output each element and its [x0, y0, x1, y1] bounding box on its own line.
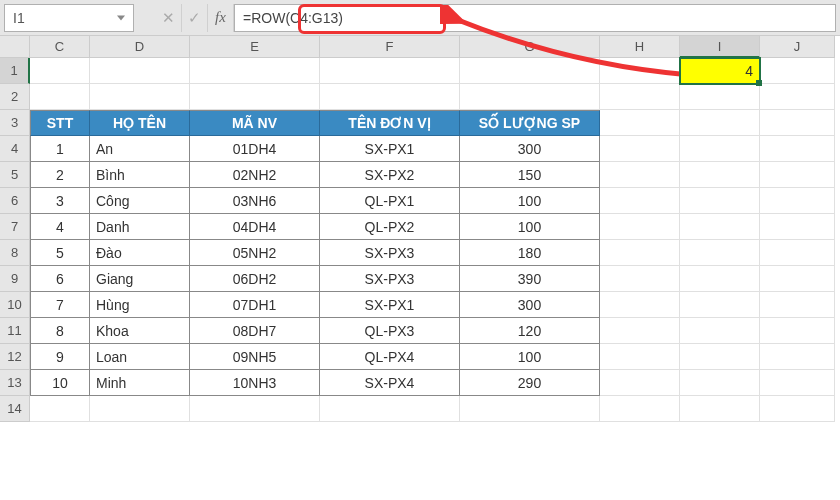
cell-I6[interactable]: [680, 188, 760, 214]
row-header-8[interactable]: 8: [0, 240, 30, 266]
cell-G6[interactable]: 100: [460, 188, 600, 214]
row-header-13[interactable]: 13: [0, 370, 30, 396]
cell-J12[interactable]: [760, 344, 835, 370]
cell-H14[interactable]: [600, 396, 680, 422]
cell-J4[interactable]: [760, 136, 835, 162]
column-header-J[interactable]: J: [760, 36, 835, 58]
cell-E13[interactable]: 10NH3: [190, 370, 320, 396]
cell-G4[interactable]: 300: [460, 136, 600, 162]
column-header-G[interactable]: G: [460, 36, 600, 58]
cell-D7[interactable]: Danh: [90, 214, 190, 240]
cell-E1[interactable]: [190, 58, 320, 84]
cell-J7[interactable]: [760, 214, 835, 240]
column-header-E[interactable]: E: [190, 36, 320, 58]
cell-C14[interactable]: [30, 396, 90, 422]
cell-J5[interactable]: [760, 162, 835, 188]
cell-C5[interactable]: 2: [30, 162, 90, 188]
cell-C1[interactable]: [30, 58, 90, 84]
cell-H9[interactable]: [600, 266, 680, 292]
row-header-1[interactable]: 1: [0, 58, 30, 84]
cell-H8[interactable]: [600, 240, 680, 266]
select-all-corner[interactable]: [0, 36, 30, 58]
cell-D11[interactable]: Khoa: [90, 318, 190, 344]
cell-C6[interactable]: 3: [30, 188, 90, 214]
row-header-3[interactable]: 3: [0, 110, 30, 136]
cell-D10[interactable]: Hùng: [90, 292, 190, 318]
cell-I9[interactable]: [680, 266, 760, 292]
cell-J3[interactable]: [760, 110, 835, 136]
cell-I5[interactable]: [680, 162, 760, 188]
cell-D3[interactable]: HỌ TÊN: [90, 110, 190, 136]
cell-E3[interactable]: MÃ NV: [190, 110, 320, 136]
cell-G10[interactable]: 300: [460, 292, 600, 318]
cell-G1[interactable]: [460, 58, 600, 84]
cell-F13[interactable]: SX-PX4: [320, 370, 460, 396]
cell-F8[interactable]: SX-PX3: [320, 240, 460, 266]
cell-D6[interactable]: Công: [90, 188, 190, 214]
cell-E6[interactable]: 03NH6: [190, 188, 320, 214]
row-header-7[interactable]: 7: [0, 214, 30, 240]
cell-G5[interactable]: 150: [460, 162, 600, 188]
row-header-14[interactable]: 14: [0, 396, 30, 422]
cell-F4[interactable]: SX-PX1: [320, 136, 460, 162]
cell-G8[interactable]: 180: [460, 240, 600, 266]
cell-G7[interactable]: 100: [460, 214, 600, 240]
cell-I7[interactable]: [680, 214, 760, 240]
cell-G13[interactable]: 290: [460, 370, 600, 396]
cell-J10[interactable]: [760, 292, 835, 318]
cell-E5[interactable]: 02NH2: [190, 162, 320, 188]
cell-C10[interactable]: 7: [30, 292, 90, 318]
cell-G2[interactable]: [460, 84, 600, 110]
cell-D14[interactable]: [90, 396, 190, 422]
cell-D5[interactable]: Bình: [90, 162, 190, 188]
cell-F1[interactable]: [320, 58, 460, 84]
cell-D12[interactable]: Loan: [90, 344, 190, 370]
cell-C11[interactable]: 8: [30, 318, 90, 344]
cell-C13[interactable]: 10: [30, 370, 90, 396]
cell-F7[interactable]: QL-PX2: [320, 214, 460, 240]
cell-F9[interactable]: SX-PX3: [320, 266, 460, 292]
row-header-5[interactable]: 5: [0, 162, 30, 188]
cell-D8[interactable]: Đào: [90, 240, 190, 266]
cell-D4[interactable]: An: [90, 136, 190, 162]
cell-J1[interactable]: [760, 58, 835, 84]
column-header-H[interactable]: H: [600, 36, 680, 58]
row-header-4[interactable]: 4: [0, 136, 30, 162]
cell-D2[interactable]: [90, 84, 190, 110]
cell-F3[interactable]: TÊN ĐƠN VỊ: [320, 110, 460, 136]
cell-I10[interactable]: [680, 292, 760, 318]
column-header-F[interactable]: F: [320, 36, 460, 58]
cell-J14[interactable]: [760, 396, 835, 422]
fx-button[interactable]: fx: [208, 4, 234, 32]
cell-H3[interactable]: [600, 110, 680, 136]
cell-I12[interactable]: [680, 344, 760, 370]
cell-E11[interactable]: 08DH7: [190, 318, 320, 344]
cell-C12[interactable]: 9: [30, 344, 90, 370]
column-header-C[interactable]: C: [30, 36, 90, 58]
cell-C4[interactable]: 1: [30, 136, 90, 162]
column-header-I[interactable]: I: [680, 36, 760, 58]
cell-F12[interactable]: QL-PX4: [320, 344, 460, 370]
cell-I13[interactable]: [680, 370, 760, 396]
cell-E10[interactable]: 07DH1: [190, 292, 320, 318]
cell-G9[interactable]: 390: [460, 266, 600, 292]
cell-J2[interactable]: [760, 84, 835, 110]
cell-F6[interactable]: QL-PX1: [320, 188, 460, 214]
cell-F10[interactable]: SX-PX1: [320, 292, 460, 318]
cell-E14[interactable]: [190, 396, 320, 422]
cell-H2[interactable]: [600, 84, 680, 110]
cell-G3[interactable]: SỐ LƯỢNG SP: [460, 110, 600, 136]
cell-F14[interactable]: [320, 396, 460, 422]
confirm-formula-button[interactable]: ✓: [182, 4, 208, 32]
cell-E12[interactable]: 09NH5: [190, 344, 320, 370]
cell-J8[interactable]: [760, 240, 835, 266]
cell-E8[interactable]: 05NH2: [190, 240, 320, 266]
cell-F5[interactable]: SX-PX2: [320, 162, 460, 188]
row-header-6[interactable]: 6: [0, 188, 30, 214]
cell-J11[interactable]: [760, 318, 835, 344]
cell-F11[interactable]: QL-PX3: [320, 318, 460, 344]
row-header-9[interactable]: 9: [0, 266, 30, 292]
cell-G14[interactable]: [460, 396, 600, 422]
name-box[interactable]: I1: [4, 4, 134, 32]
cell-H5[interactable]: [600, 162, 680, 188]
